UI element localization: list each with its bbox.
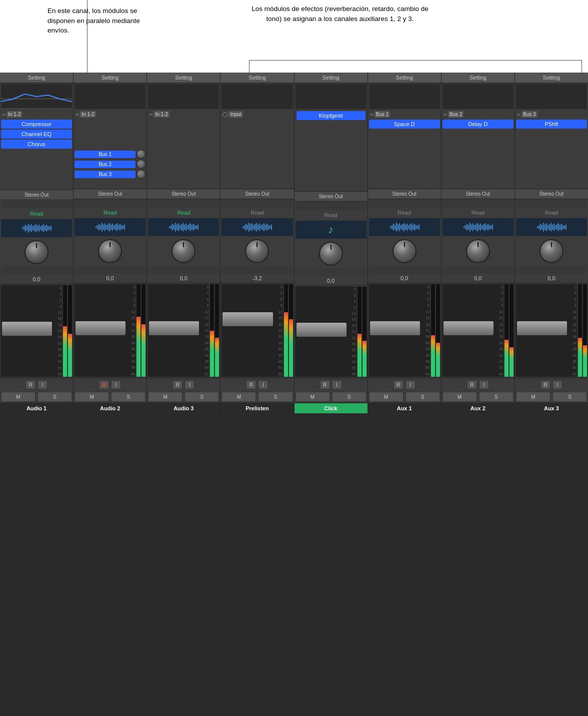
meter-icon-audio3[interactable] bbox=[148, 218, 219, 236]
read-button-aux1[interactable]: Read bbox=[368, 208, 441, 217]
m-button-aux1[interactable]: M bbox=[369, 392, 404, 402]
s-button-audio3[interactable]: S bbox=[184, 392, 219, 402]
s-button-audio2[interactable]: S bbox=[111, 392, 146, 402]
plugin-slot[interactable]: Channel EQ bbox=[1, 130, 72, 139]
meter-icon-audio1[interactable] bbox=[1, 219, 72, 237]
fader-thumb-prelisten[interactable] bbox=[222, 312, 272, 326]
m-button-audio3[interactable]: M bbox=[148, 392, 182, 402]
pan-knob-audio2[interactable] bbox=[98, 239, 122, 263]
send-button[interactable]: Bus 1 bbox=[74, 151, 136, 158]
read-button-prelisten[interactable]: Read bbox=[220, 208, 294, 217]
input-label-audio2[interactable]: In 1-2 bbox=[80, 111, 96, 118]
s-button-aux3[interactable]: S bbox=[552, 392, 587, 402]
send-knob[interactable] bbox=[136, 170, 146, 179]
fader-thumb-aux2[interactable] bbox=[444, 321, 494, 335]
meter-icon-aux2[interactable] bbox=[442, 218, 514, 236]
i-button-audio3[interactable]: I bbox=[184, 380, 194, 389]
meter-icon-audio2[interactable] bbox=[74, 218, 146, 236]
fader-thumb-audio1[interactable] bbox=[2, 322, 52, 336]
pan-knob-aux1[interactable] bbox=[392, 239, 416, 263]
plugin-slot[interactable]: PShft bbox=[516, 120, 587, 129]
pan-knob-audio3[interactable] bbox=[172, 239, 196, 263]
pan-knob-aux2[interactable] bbox=[466, 239, 490, 263]
svg-rect-44 bbox=[175, 223, 176, 232]
fader-thumb-aux1[interactable] bbox=[370, 321, 420, 335]
channel-setting-audio1[interactable]: Setting bbox=[0, 73, 73, 83]
mixer: Setting ∞ In 1-2 CompressorChannel EQCho… bbox=[0, 73, 588, 413]
volume-strip bbox=[222, 266, 292, 274]
s-button-click[interactable]: S bbox=[332, 392, 366, 402]
channel-setting-audio2[interactable]: Setting bbox=[74, 73, 146, 83]
read-button-aux2[interactable]: Read bbox=[442, 208, 514, 217]
read-button-audio1[interactable]: Read bbox=[0, 209, 73, 218]
read-button-audio3[interactable]: Read bbox=[147, 208, 220, 217]
plugin-slot[interactable]: Chorus bbox=[1, 140, 72, 149]
pan-knob-click[interactable] bbox=[319, 242, 343, 266]
input-label-aux2[interactable]: Bus 2 bbox=[448, 111, 464, 118]
svg-rect-17 bbox=[48, 226, 48, 231]
m-button-prelisten[interactable]: M bbox=[222, 392, 256, 402]
m-button-aux3[interactable]: M bbox=[516, 392, 550, 402]
r-button-audio2[interactable]: R bbox=[99, 380, 109, 389]
r-button-prelisten[interactable]: R bbox=[246, 380, 256, 389]
read-button-aux3[interactable]: Read bbox=[515, 208, 588, 217]
i-button-audio2[interactable]: I bbox=[111, 380, 121, 389]
send-knob[interactable] bbox=[136, 150, 146, 159]
meter-icon-click[interactable]: ♪ bbox=[296, 221, 366, 239]
ri-buttons-click: R I bbox=[294, 379, 368, 391]
i-button-audio1[interactable]: I bbox=[38, 380, 48, 389]
channel-setting-aux2[interactable]: Setting bbox=[442, 73, 514, 83]
channel-setting-prelisten[interactable]: Setting bbox=[220, 73, 294, 83]
i-button-aux3[interactable]: I bbox=[552, 380, 562, 389]
fader-thumb-audio3[interactable] bbox=[149, 321, 199, 335]
input-label-audio3[interactable]: In 1-2 bbox=[154, 111, 170, 118]
input-label-prelisten[interactable]: Input bbox=[228, 111, 242, 118]
pan-knob-audio1[interactable] bbox=[24, 240, 48, 264]
meter-icon-prelisten[interactable] bbox=[222, 218, 292, 236]
plugin-slot[interactable]: Space D bbox=[369, 120, 440, 129]
pan-knob-prelisten[interactable] bbox=[245, 239, 269, 263]
svg-rect-6 bbox=[31, 224, 32, 232]
channel-setting-aux3[interactable]: Setting bbox=[515, 73, 588, 83]
pan-knob-aux3[interactable] bbox=[540, 239, 564, 263]
input-label-aux1[interactable]: Bus 1 bbox=[374, 111, 390, 118]
channel-setting-audio3[interactable]: Setting bbox=[147, 73, 220, 83]
m-button-aux2[interactable]: M bbox=[442, 392, 477, 402]
channel-setting-aux1[interactable]: Setting bbox=[368, 73, 441, 83]
fader-thumb-audio2[interactable] bbox=[76, 321, 126, 335]
m-button-click[interactable]: M bbox=[296, 392, 330, 402]
i-button-prelisten[interactable]: I bbox=[258, 380, 268, 389]
send-button[interactable]: Bus 3 bbox=[74, 171, 136, 178]
meter-icon-aux3[interactable] bbox=[516, 218, 587, 236]
i-button-click[interactable]: I bbox=[332, 380, 342, 389]
plugin-slot[interactable]: Compressor bbox=[1, 120, 72, 129]
i-button-aux1[interactable]: I bbox=[406, 380, 416, 389]
r-button-click[interactable]: R bbox=[320, 380, 330, 389]
s-button-aux1[interactable]: S bbox=[406, 392, 440, 402]
m-button-audio1[interactable]: M bbox=[1, 392, 36, 402]
r-button-aux1[interactable]: R bbox=[394, 380, 404, 389]
channel-setting-click[interactable]: Setting bbox=[294, 73, 368, 83]
send-button[interactable]: Bus 2 bbox=[74, 161, 136, 168]
input-label-audio1[interactable]: In 1-2 bbox=[6, 111, 22, 118]
r-button-aux3[interactable]: R bbox=[540, 380, 550, 389]
fader-thumb-aux3[interactable] bbox=[517, 321, 567, 335]
s-button-aux2[interactable]: S bbox=[479, 392, 514, 402]
r-button-audio1[interactable]: R bbox=[26, 380, 36, 389]
s-button-audio1[interactable]: S bbox=[38, 392, 72, 402]
meter-icon-aux1[interactable] bbox=[369, 218, 440, 236]
r-button-aux2[interactable]: R bbox=[467, 380, 477, 389]
s-button-prelisten[interactable]: S bbox=[258, 392, 292, 402]
svg-rect-108 bbox=[476, 224, 476, 231]
m-button-audio2[interactable]: M bbox=[74, 392, 109, 402]
svg-rect-64 bbox=[248, 223, 250, 232]
r-button-audio3[interactable]: R bbox=[172, 380, 182, 389]
fader-thumb-click[interactable] bbox=[296, 323, 346, 337]
input-label-click[interactable]: Klopfgeist bbox=[296, 111, 366, 120]
i-button-aux2[interactable]: I bbox=[479, 380, 489, 389]
input-label-aux3[interactable]: Bus 3 bbox=[522, 111, 538, 118]
plugin-slot[interactable]: Delay D bbox=[442, 120, 514, 129]
read-button-audio2[interactable]: Read bbox=[74, 208, 146, 217]
send-knob[interactable] bbox=[136, 160, 146, 169]
read-button-click[interactable]: Read bbox=[294, 211, 368, 220]
